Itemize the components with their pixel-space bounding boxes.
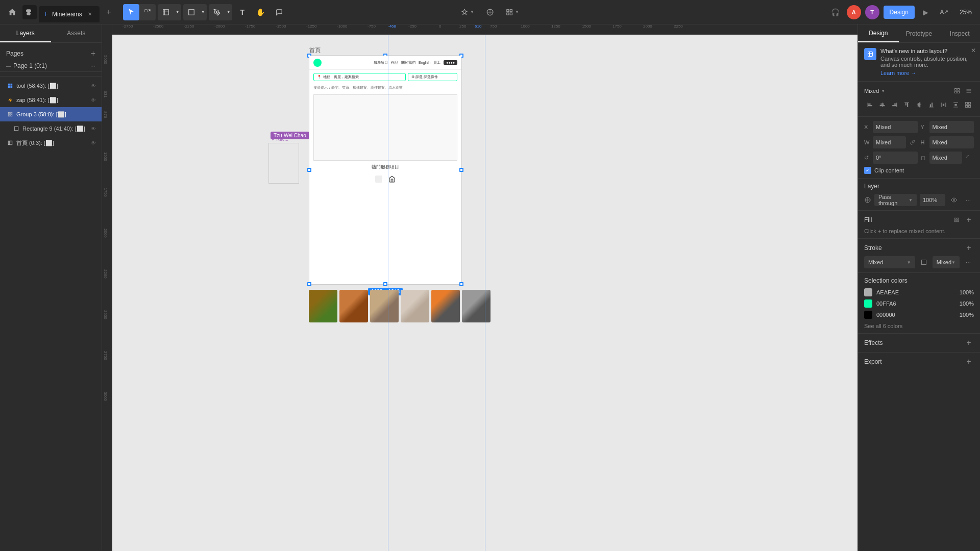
align-right-button[interactable] bbox=[889, 99, 900, 110]
stroke-mixed-select[interactable]: Mixed ▼ bbox=[864, 256, 915, 268]
x-input[interactable]: Mixed bbox=[873, 121, 918, 133]
grid-button[interactable]: ▼ bbox=[502, 7, 523, 18]
svg-rect-54 bbox=[942, 104, 944, 106]
stroke-add-button[interactable]: + bbox=[964, 243, 974, 253]
eye-icon[interactable] bbox=[948, 194, 960, 206]
stroke-more-icon[interactable]: ··· bbox=[963, 257, 974, 268]
figma-icon[interactable] bbox=[22, 5, 37, 19]
scale-tool-button[interactable] bbox=[139, 4, 156, 20]
layers-tab[interactable]: Layers bbox=[0, 24, 51, 42]
frame-tool-button[interactable] bbox=[158, 4, 174, 20]
prototype-tab[interactable]: Prototype bbox=[899, 24, 940, 42]
wf-search-text: 地點，房屋，建案搜索 bbox=[323, 74, 359, 80]
design-tab[interactable]: Design bbox=[858, 24, 899, 42]
wf-icon-2 bbox=[388, 176, 396, 183]
y-input[interactable]: Mixed bbox=[929, 121, 974, 133]
text-tool-button[interactable]: T bbox=[234, 4, 251, 20]
layer-item-rect9[interactable]: Rectangle 9 (41:40): [⬜] 👁 bbox=[0, 121, 102, 136]
layer-item-group3[interactable]: Group 3 (58:8): [⬜] bbox=[0, 107, 102, 121]
opacity-input[interactable]: 100% bbox=[920, 194, 945, 206]
corner-mode-icon[interactable] bbox=[964, 152, 974, 164]
layer-visibility-icon[interactable]: 👁 bbox=[89, 96, 97, 104]
blend-mode-select[interactable]: Pass through ▼ bbox=[874, 194, 917, 206]
opacity-value: 100% bbox=[923, 197, 937, 203]
a7-button[interactable]: A↗ bbox=[937, 5, 951, 19]
avatar-1[interactable]: A bbox=[847, 5, 861, 19]
align-top-button[interactable] bbox=[901, 99, 912, 110]
sel-color-row-2: 00FFA6 100% bbox=[864, 299, 974, 308]
frame-label: 首頁 bbox=[309, 46, 321, 54]
add-page-button[interactable]: + bbox=[91, 49, 95, 58]
layer-visibility-icon[interactable]: 👁 bbox=[89, 139, 97, 147]
align-left-button[interactable] bbox=[864, 99, 875, 110]
rotation-input[interactable]: 0° bbox=[873, 152, 918, 164]
w-input[interactable]: Mixed bbox=[873, 136, 906, 148]
move-tool-button[interactable] bbox=[123, 4, 139, 20]
options-icon[interactable]: ··· bbox=[963, 194, 974, 206]
comment-tool-button[interactable] bbox=[271, 4, 287, 20]
banner-link[interactable]: Learn more → bbox=[880, 70, 974, 76]
hand-tool-button[interactable]: ✋ bbox=[253, 4, 269, 20]
canvas-content[interactable]: Tzu-Wei Chao ✦ Rec... 首頁 bbox=[112, 35, 857, 551]
corner-input[interactable]: Mixed bbox=[929, 152, 963, 164]
align-center-v-button[interactable] bbox=[913, 99, 924, 110]
page-item-1[interactable]: — Page 1 (0:1) ··· bbox=[0, 60, 102, 72]
align-center-h-button[interactable] bbox=[876, 99, 888, 110]
layer-item-zap[interactable]: zap (58:41): [⬜] 👁 bbox=[0, 93, 102, 107]
color-swatch-2[interactable] bbox=[864, 299, 872, 308]
y-label: Y bbox=[921, 124, 928, 130]
tidy-up-button[interactable] bbox=[962, 99, 973, 110]
layer-section: Layer Pass through ▼ 100% ··· bbox=[858, 179, 980, 211]
svg-rect-41 bbox=[894, 103, 896, 104]
svg-rect-42 bbox=[892, 105, 897, 106]
layer-visibility-icon[interactable]: 👁 bbox=[89, 124, 97, 133]
svg-rect-48 bbox=[919, 102, 920, 107]
export-header: Export + bbox=[864, 357, 974, 367]
canvas-area[interactable]: -2750 -2500 -2250 -2000 -1750 -1500 -125… bbox=[102, 24, 857, 551]
frame-dropdown[interactable]: ▼ bbox=[174, 4, 181, 20]
color-hex-2: 00FFA6 bbox=[876, 300, 955, 307]
export-add-button[interactable]: + bbox=[964, 357, 974, 367]
components-button[interactable]: ▼ bbox=[457, 7, 478, 18]
assets-tab[interactable]: Assets bbox=[51, 24, 102, 42]
new-tab-button[interactable]: + bbox=[102, 5, 116, 19]
play-button[interactable]: ▶ bbox=[919, 5, 933, 19]
wf-tags-text: 搜尋提示：豪宅、英系、獨棟建案、高樓建案、流水別墅 bbox=[313, 86, 403, 89]
avatar-2[interactable]: T bbox=[865, 5, 879, 19]
shape-tool-button[interactable] bbox=[183, 4, 200, 20]
distribute-v-button[interactable] bbox=[950, 99, 961, 110]
pen-tool-button[interactable] bbox=[209, 4, 225, 20]
tab-close-button[interactable]: ✕ bbox=[86, 11, 93, 18]
fill-grid-button[interactable] bbox=[951, 215, 962, 225]
layout-view-buttons bbox=[952, 86, 974, 96]
clip-content-checkbox[interactable]: ✓ bbox=[864, 167, 871, 174]
design-frame[interactable]: 首頁 1138 × 1043 bbox=[309, 55, 462, 285]
stroke-align-select[interactable]: Mixed ▼ bbox=[933, 256, 960, 268]
fill-add-button[interactable]: + bbox=[964, 215, 974, 225]
mixed-dropdown-icon[interactable]: ▼ bbox=[881, 89, 885, 93]
page-options-icon[interactable]: ··· bbox=[90, 62, 95, 69]
share-button[interactable]: Design bbox=[884, 6, 915, 19]
banner-close-button[interactable]: ✕ bbox=[971, 47, 976, 54]
pen-dropdown[interactable]: ▼ bbox=[225, 4, 232, 20]
zoom-level[interactable]: 25% bbox=[955, 7, 976, 18]
layer-item-tool[interactable]: tool (58:43): [⬜] 👁 bbox=[0, 79, 102, 93]
color-swatch-1[interactable] bbox=[864, 288, 872, 296]
distribute-h-button[interactable] bbox=[938, 99, 949, 110]
headphones-icon[interactable]: 🎧 bbox=[828, 5, 843, 19]
grid-view-button[interactable] bbox=[952, 86, 962, 96]
home-icon[interactable] bbox=[4, 4, 20, 20]
color-swatch-3[interactable] bbox=[864, 311, 872, 319]
active-tab[interactable]: F Mineteams ✕ bbox=[39, 6, 100, 22]
link-dimensions-icon[interactable] bbox=[908, 136, 918, 148]
effects-add-button[interactable]: + bbox=[964, 338, 974, 348]
inspect-tab[interactable]: Inspect bbox=[939, 24, 980, 42]
see-all-colors-link[interactable]: See all 6 colors bbox=[864, 323, 974, 329]
shape-dropdown[interactable]: ▼ bbox=[200, 4, 207, 20]
layer-item-homepage[interactable]: 首頁 (0:3): [⬜] 👁 bbox=[0, 136, 102, 150]
list-view-button[interactable] bbox=[964, 86, 974, 96]
theme-button[interactable] bbox=[482, 7, 498, 18]
h-input[interactable]: Mixed bbox=[929, 136, 974, 148]
layer-visibility-icon[interactable]: 👁 bbox=[89, 82, 97, 90]
align-bottom-button[interactable] bbox=[925, 99, 937, 110]
